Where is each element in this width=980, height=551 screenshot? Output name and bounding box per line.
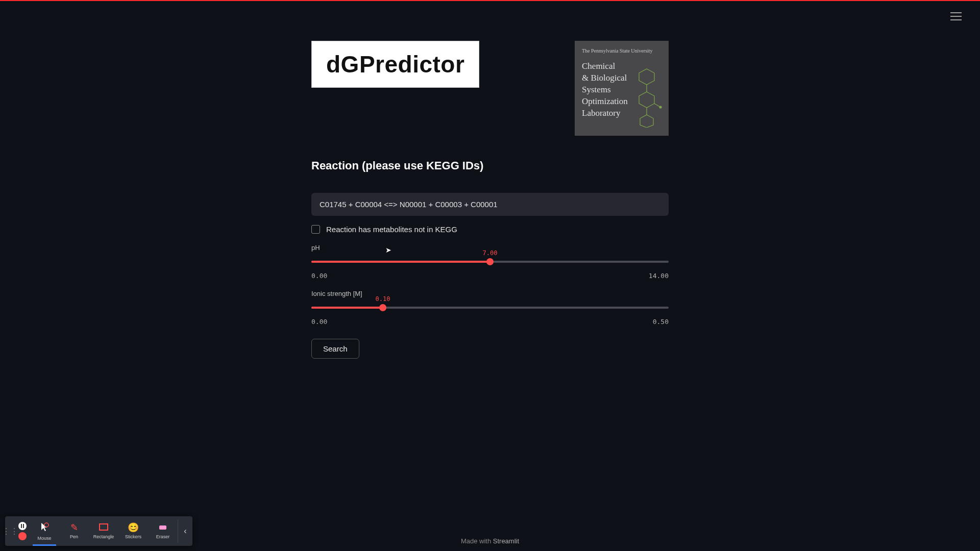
cursor-icon bbox=[39, 522, 50, 534]
svg-rect-7 bbox=[21, 524, 22, 528]
tool-mouse[interactable]: Mouse bbox=[30, 516, 59, 546]
not-in-kegg-checkbox[interactable] bbox=[311, 225, 320, 234]
tool-rectangle[interactable]: Rectangle bbox=[89, 516, 118, 546]
drag-handle-icon[interactable]: ⋮⋮ bbox=[5, 516, 15, 546]
reaction-heading: Reaction (please use KEGG IDs) bbox=[311, 159, 669, 172]
ionic-slider-thumb[interactable] bbox=[379, 304, 386, 311]
ionic-slider-block: Ionic strength [M] 0.10 0.00 0.50 bbox=[311, 290, 669, 325]
tool-stickers[interactable]: 😊 Stickers bbox=[118, 516, 148, 546]
ionic-max: 0.50 bbox=[653, 318, 669, 325]
pause-button[interactable] bbox=[18, 522, 27, 530]
search-button[interactable]: Search bbox=[311, 339, 359, 359]
svg-marker-2 bbox=[639, 92, 654, 108]
footer-brand: Streamlit bbox=[493, 537, 519, 545]
collapse-toolbar-button[interactable]: ‹ bbox=[178, 516, 192, 546]
ph-min: 0.00 bbox=[311, 272, 327, 280]
ionic-min: 0.00 bbox=[311, 318, 327, 325]
pen-icon: ✎ bbox=[70, 523, 78, 532]
svg-rect-11 bbox=[159, 525, 166, 530]
ph-slider-thumb[interactable] bbox=[486, 258, 494, 265]
ionic-slider[interactable]: 0.10 bbox=[311, 303, 669, 313]
svg-marker-0 bbox=[639, 69, 654, 85]
svg-rect-8 bbox=[23, 524, 24, 528]
svg-point-4 bbox=[659, 106, 662, 108]
sticker-icon: 😊 bbox=[128, 523, 139, 532]
molecule-icon bbox=[629, 66, 665, 128]
lab-card: The Pennsylvania State University Chemic… bbox=[575, 41, 669, 136]
tool-eraser[interactable]: Eraser bbox=[148, 516, 178, 546]
ph-slider-block: pH 7.00 0.00 14.00 bbox=[311, 244, 669, 280]
svg-point-9 bbox=[44, 523, 48, 527]
app-logo-text: dGPredictor bbox=[326, 51, 464, 78]
svg-rect-10 bbox=[100, 524, 108, 530]
tool-pen[interactable]: ✎ Pen bbox=[59, 516, 89, 546]
app-logo: dGPredictor bbox=[311, 41, 479, 88]
ionic-label: Ionic strength [M] bbox=[311, 290, 669, 297]
lab-university: The Pennsylvania State University bbox=[582, 48, 662, 54]
footer-prefix: Made with bbox=[461, 537, 493, 545]
menu-icon[interactable] bbox=[950, 12, 962, 20]
main-content: dGPredictor The Pennsylvania State Unive… bbox=[311, 0, 669, 359]
svg-marker-6 bbox=[640, 115, 653, 128]
ph-max: 14.00 bbox=[649, 272, 669, 280]
record-button[interactable] bbox=[18, 532, 27, 540]
ph-slider[interactable]: 7.00 bbox=[311, 257, 669, 267]
annotation-toolbar: ⋮⋮ Mouse ✎ Pen Rectangle 😊 Stickers Eras… bbox=[5, 516, 192, 546]
rectangle-icon bbox=[99, 523, 108, 532]
not-in-kegg-label: Reaction has metabolites not in KEGG bbox=[326, 225, 457, 234]
eraser-icon bbox=[158, 523, 167, 532]
reaction-input[interactable] bbox=[311, 193, 669, 216]
